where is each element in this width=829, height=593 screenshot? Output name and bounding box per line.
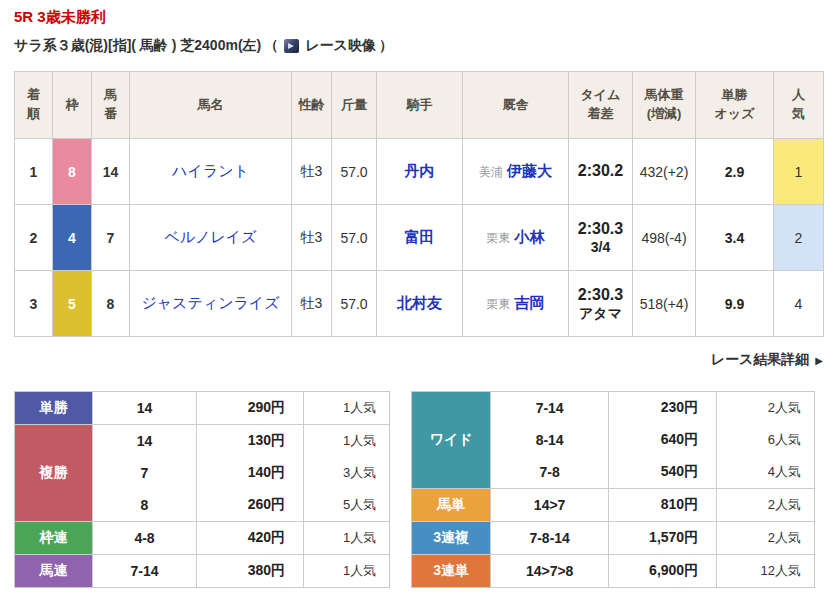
payout-group-win: 単勝 14 290円 1人気 (15, 392, 389, 424)
payout-entry: 14>7 810円 2人気 (490, 489, 814, 521)
jockey-cell: 丹内 (377, 139, 463, 205)
bet-type-label: 3連複 (412, 522, 490, 554)
sex-age: 牡3 (292, 271, 332, 337)
race-detail-link-row: レース結果詳細▶ (14, 351, 823, 369)
bet-type-label: ワイド (412, 392, 490, 488)
trainer-link[interactable]: 小林 (515, 228, 545, 245)
payout-group-wide: ワイド 7-14 230円 2人気 8-14 640円 6人気 7-8 540円 (412, 392, 814, 488)
win-odds: 2.9 (696, 139, 774, 205)
col-header-weight-carried: 斤量 (332, 72, 377, 139)
horse-weight: 498(-4) (633, 205, 696, 271)
jockey-cell: 富田 (377, 205, 463, 271)
jockey-link[interactable]: 富田 (405, 228, 435, 245)
payout-section: 単勝 14 290円 1人気 複勝 14 130円 1人気 (14, 391, 815, 588)
race-result-page: 5R 3歳未勝利 サラ系３歳(混)[指]( 馬齢 ) 芝2400m(左) （ レ… (0, 0, 829, 588)
frame-number: 8 (53, 139, 92, 205)
payout-table-left: 単勝 14 290円 1人気 複勝 14 130円 1人気 (14, 391, 390, 588)
bet-type-label: 馬単 (412, 489, 490, 521)
col-header-jockey: 騎手 (377, 72, 463, 139)
win-odds: 3.4 (696, 205, 774, 271)
result-row-1: 1 8 14 ハイラント 牡3 57.0 丹内 美浦伊藤大 2:30.2 432… (15, 139, 824, 205)
horse-name-link[interactable]: ジャスティンライズ (141, 294, 279, 311)
col-header-horse-name: 馬名 (130, 72, 292, 139)
stable-region: 栗東 (487, 297, 511, 311)
bet-type-label: 複勝 (15, 425, 92, 521)
horse-name-cell: ハイラント (130, 139, 292, 205)
horse-number: 8 (92, 271, 130, 337)
win-odds: 9.9 (696, 271, 774, 337)
jockey-link[interactable]: 北村友 (397, 294, 442, 311)
sex-age: 牡3 (292, 139, 332, 205)
col-header-frame: 枠 (53, 72, 92, 139)
sex-age: 牡3 (292, 205, 332, 271)
payout-entry: 4-8 420円 1人気 (92, 522, 389, 554)
payout-group-quinella: 馬連 7-14 380円 1人気 (15, 554, 389, 587)
frame-number: 4 (53, 205, 92, 271)
horse-name-cell: ジャスティンライズ (130, 271, 292, 337)
horse-name-cell: ベルノレイズ (130, 205, 292, 271)
chevron-right-icon: ▶ (815, 355, 823, 366)
horse-number: 14 (92, 139, 130, 205)
stable-cell: 栗東小林 (463, 205, 569, 271)
payout-table-right: ワイド 7-14 230円 2人気 8-14 640円 6人気 7-8 540円 (411, 391, 815, 588)
col-header-win-odds: 単勝オッズ (696, 72, 774, 139)
race-title: 5R 3歳未勝利 (14, 8, 815, 27)
weight-carried: 57.0 (332, 205, 377, 271)
result-row-3: 3 5 8 ジャスティンライズ 牡3 57.0 北村友 栗東吉岡 2:30.3ア… (15, 271, 824, 337)
jockey-cell: 北村友 (377, 271, 463, 337)
bet-type-label: 単勝 (15, 392, 92, 424)
col-header-horse-number: 馬番 (92, 72, 130, 139)
trainer-link[interactable]: 吉岡 (515, 294, 545, 311)
col-header-horse-weight: 馬体重(増減) (633, 72, 696, 139)
stable-region: 栗東 (487, 231, 511, 245)
payout-group-place: 複勝 14 130円 1人気 7 140円 3人気 8 260円 (15, 424, 389, 521)
popularity: 4 (774, 271, 824, 337)
payout-entry: 8-14 640円 6人気 (490, 424, 814, 456)
payout-group-trio: 3連複 7-8-14 1,570円 2人気 (412, 521, 814, 554)
time-margin-cell: 2:30.33/4 (569, 205, 633, 271)
weight-carried: 57.0 (332, 139, 377, 205)
popularity: 2 (774, 205, 824, 271)
col-header-finish-pos: 着順 (15, 72, 53, 139)
race-conditions-text: サラ系３歳(混)[指]( 馬齢 ) 芝2400m(左) (14, 37, 261, 55)
race-results-table: 着順 枠 馬番 馬名 性齢 斤量 騎手 厩舎 タイム着差 馬体重(増減) 単勝オ… (14, 71, 824, 337)
video-icon[interactable] (284, 39, 299, 53)
bet-type-label: 3連単 (412, 555, 490, 587)
payout-group-trifecta: 3連単 14>7>8 6,900円 12人気 (412, 554, 814, 587)
col-header-popularity: 人気 (774, 72, 824, 139)
jockey-link[interactable]: 丹内 (405, 162, 435, 179)
payout-group-exacta: 馬単 14>7 810円 2人気 (412, 488, 814, 521)
race-detail-link[interactable]: レース結果詳細▶ (711, 351, 823, 367)
payout-entry: 7-14 380円 1人気 (92, 555, 389, 587)
race-conditions: サラ系３歳(混)[指]( 馬齢 ) 芝2400m(左) （ レース映像 ） (14, 37, 815, 55)
payout-entry: 14 130円 1人気 (92, 425, 389, 457)
horse-name-link[interactable]: ベルノレイズ (164, 228, 256, 245)
race-video-link[interactable]: レース映像 (305, 37, 376, 55)
col-header-stable: 厩舎 (463, 72, 569, 139)
stable-region: 美浦 (479, 165, 503, 179)
horse-weight: 518(+4) (633, 271, 696, 337)
payout-entry: 7 140円 3人気 (92, 457, 389, 489)
bet-type-label: 馬連 (15, 555, 92, 587)
horse-number: 7 (92, 205, 130, 271)
time-margin-cell: 2:30.3アタマ (569, 271, 633, 337)
stable-cell: 栗東吉岡 (463, 271, 569, 337)
col-header-sex-age: 性齢 (292, 72, 332, 139)
finish-pos: 2 (15, 205, 53, 271)
finish-pos: 3 (15, 271, 53, 337)
payout-entry: 7-8 540円 4人気 (490, 456, 814, 488)
payout-entry: 14 290円 1人気 (92, 392, 389, 424)
frame-number: 5 (53, 271, 92, 337)
payout-entry: 14>7>8 6,900円 12人気 (490, 555, 814, 587)
time-margin-cell: 2:30.2 (569, 139, 633, 205)
bet-type-label: 枠連 (15, 522, 92, 554)
popularity: 1 (774, 139, 824, 205)
col-header-time-margin: タイム着差 (569, 72, 633, 139)
payout-group-bracket-quinella: 枠連 4-8 420円 1人気 (15, 521, 389, 554)
paren-close: ） (379, 37, 393, 55)
stable-cell: 美浦伊藤大 (463, 139, 569, 205)
result-row-2: 2 4 7 ベルノレイズ 牡3 57.0 富田 栗東小林 2:30.33/4 4… (15, 205, 824, 271)
horse-name-link[interactable]: ハイラント (172, 162, 249, 179)
horse-weight: 432(+2) (633, 139, 696, 205)
trainer-link[interactable]: 伊藤大 (507, 162, 552, 179)
